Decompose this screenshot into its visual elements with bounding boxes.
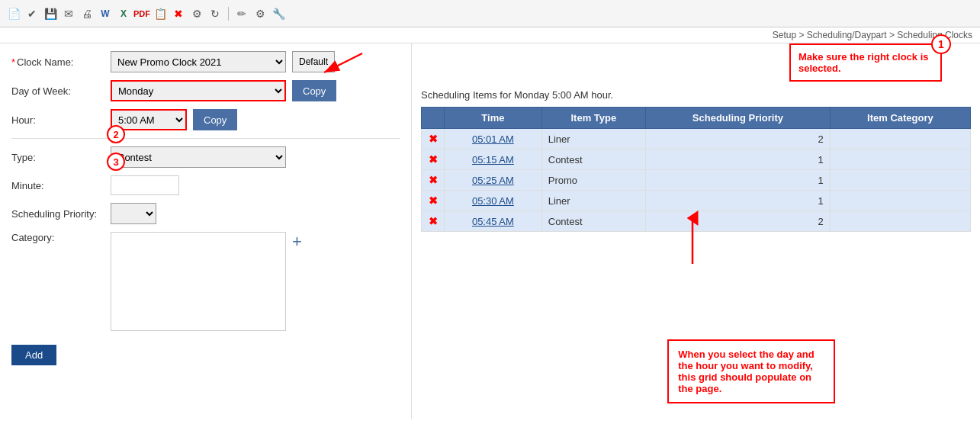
annotation-circle-2: 2 [107, 125, 125, 143]
toolbar-separator [228, 7, 229, 21]
gear2-icon[interactable]: 🔧 [271, 6, 286, 21]
callout-bottom-box: When you select the day and the hour you… [667, 339, 835, 403]
item-type-cell: Liner [541, 191, 645, 211]
svg-line-1 [324, 53, 362, 72]
time-link[interactable]: 05:25 AM [472, 175, 514, 186]
delete-button[interactable]: ✖ [429, 153, 438, 166]
envelope-icon[interactable]: ✉ [61, 6, 76, 21]
breadcrumb: Setup > Scheduling/Daypart > Scheduling … [0, 27, 980, 43]
priority-cell: 1 [645, 149, 830, 170]
pdf-icon[interactable]: PDF [134, 6, 149, 21]
category-cell [830, 170, 970, 191]
print-icon[interactable]: 🖨 [79, 6, 95, 21]
add-button[interactable]: Add [11, 345, 56, 365]
category-cell [830, 149, 970, 170]
excel-icon[interactable]: X [116, 6, 131, 21]
refresh-icon[interactable]: ↻ [207, 6, 223, 21]
time-link[interactable]: 05:30 AM [472, 195, 514, 207]
category-label: Category: [11, 232, 111, 243]
delete-cell: ✖ [422, 211, 445, 232]
item-type-cell: Liner [541, 129, 645, 149]
delete-cell: ✖ [422, 129, 445, 149]
category-cell [830, 191, 970, 211]
word-icon[interactable]: W [98, 6, 113, 21]
item-type-cell: Contest [541, 149, 645, 170]
copy-day-button[interactable]: Copy [292, 80, 336, 101]
table-row: ✖ 05:01 AM Liner 2 [422, 129, 971, 149]
col-header-time: Time [445, 108, 542, 129]
col-header-item-type: Item Type [541, 108, 645, 129]
col-header-delete [422, 108, 445, 129]
delete-button[interactable]: ✖ [429, 133, 438, 145]
day-of-week-label: Day of Week: [11, 85, 111, 97]
category-cell [830, 129, 970, 149]
add-category-button[interactable]: + [292, 233, 302, 250]
table-row: ✖ 05:30 AM Liner 1 [422, 191, 971, 211]
item-type-cell: Contest [541, 211, 645, 232]
priority-cell: 1 [645, 170, 830, 191]
time-cell: 05:30 AM [445, 191, 542, 211]
delete-cell: ✖ [422, 191, 445, 211]
day-of-week-row: Day of Week: Monday Tuesday Wednesday Th… [11, 80, 400, 101]
settings-icon[interactable]: ⚙ [189, 6, 204, 21]
time-cell: 05:15 AM [445, 149, 542, 170]
delete-button[interactable]: ✖ [429, 174, 438, 186]
delete-icon[interactable]: ✖ [171, 6, 186, 21]
new-icon[interactable]: 📄 [6, 6, 21, 21]
clock-name-label: Clock Name: [11, 56, 111, 68]
priority-select[interactable]: 1 2 3 [111, 203, 156, 224]
table-row: ✖ 05:15 AM Contest 1 [422, 149, 971, 170]
category-textarea[interactable] [111, 232, 286, 331]
edit-icon[interactable]: ✏ [234, 6, 249, 21]
arrow-up-container [681, 214, 704, 270]
minute-label: Minute: [11, 180, 111, 191]
priority-cell: 2 [645, 129, 830, 149]
time-cell: 05:25 AM [445, 170, 542, 191]
table-row: ✖ 05:25 AM Promo 1 [422, 170, 971, 191]
left-panel: 2 3 Clock Name: New Promo Clock 2021 Def… [0, 43, 412, 419]
callout-1-box: Make sure the right clock is selected. 1 [789, 43, 942, 82]
check-icon[interactable]: ✔ [24, 6, 40, 21]
main-content: 2 3 Clock Name: New Promo Clock 2021 Def… [0, 43, 980, 419]
delete-button[interactable]: ✖ [429, 215, 438, 227]
annotation-circle-1: 1 [931, 34, 951, 54]
day-of-week-select[interactable]: Monday Tuesday Wednesday Thursday Friday… [111, 80, 286, 101]
priority-cell: 2 [645, 211, 830, 232]
type-label: Type: [11, 152, 111, 163]
time-link[interactable]: 05:01 AM [472, 133, 514, 145]
category-cell [830, 211, 970, 232]
hour-row: Hour: 5:00 AM 6:00 AM 7:00 AM 8:00 AM 9:… [11, 109, 400, 130]
scheduling-info: Scheduling Items for Monday 5:00 AM hour… [421, 89, 971, 101]
priority-cell: 1 [645, 191, 830, 211]
priority-row: Scheduling Priority: 1 2 3 [11, 203, 400, 224]
annotation-circle-3: 3 [107, 153, 125, 171]
config-icon[interactable]: ⚙ [252, 6, 268, 21]
type-select[interactable]: Contest Liner Promo [111, 146, 286, 168]
minute-row: Minute: [11, 175, 400, 195]
item-type-cell: Promo [541, 170, 645, 191]
type-row: Type: Contest Liner Promo [11, 146, 400, 168]
col-header-category: Item Category [830, 108, 970, 129]
col-header-priority: Scheduling Priority [645, 108, 830, 129]
time-cell: 05:45 AM [445, 211, 542, 232]
copy-icon[interactable]: 📋 [153, 6, 168, 21]
priority-label: Scheduling Priority: [11, 208, 111, 220]
hour-label: Hour: [11, 114, 111, 126]
clock-name-select[interactable]: New Promo Clock 2021 [111, 51, 286, 72]
time-link[interactable]: 05:45 AM [472, 216, 514, 227]
time-link[interactable]: 05:15 AM [472, 154, 514, 166]
scheduling-table: Time Item Type Scheduling Priority Item … [421, 107, 971, 232]
delete-cell: ✖ [422, 149, 445, 170]
toolbar: 📄 ✔ 💾 ✉ 🖨 W X PDF 📋 ✖ ⚙ ↻ ✏ ⚙ 🔧 [0, 0, 980, 27]
right-panel: Make sure the right clock is selected. 1… [412, 43, 980, 419]
delete-button[interactable]: ✖ [429, 194, 438, 207]
save-icon[interactable]: 💾 [43, 6, 58, 21]
time-cell: 05:01 AM [445, 129, 542, 149]
delete-cell: ✖ [422, 170, 445, 191]
minute-input[interactable] [111, 175, 179, 195]
category-row: Category: + [11, 232, 400, 331]
copy-hour-button[interactable]: Copy [193, 109, 237, 130]
